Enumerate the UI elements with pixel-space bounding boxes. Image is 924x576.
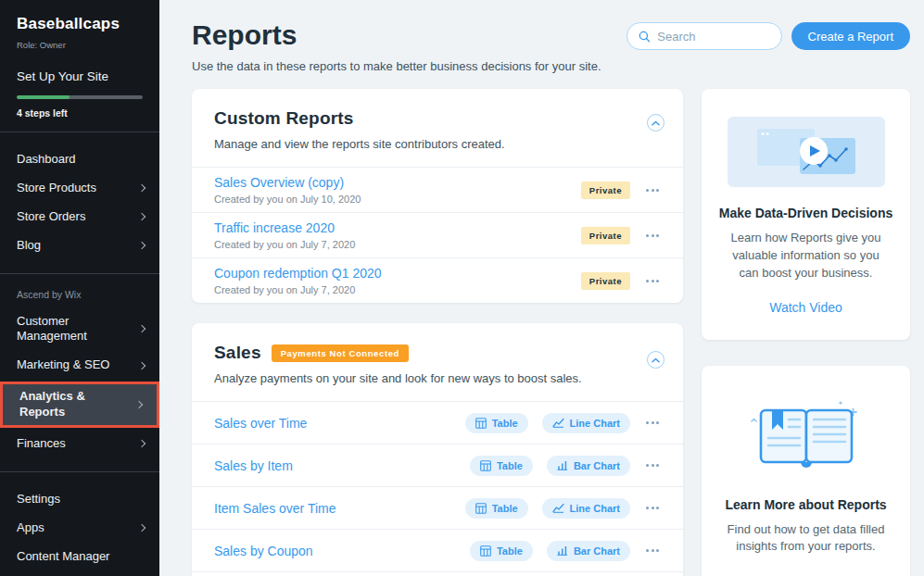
report-link[interactable]: Sales by Item xyxy=(214,458,293,473)
sidebar-item-settings[interactable]: Settings xyxy=(0,485,159,514)
chevron-right-icon xyxy=(138,524,146,532)
line-chart-icon xyxy=(552,418,564,428)
site-name: Baseballcaps xyxy=(17,15,143,33)
custom-report-row: Sales Overview (copy) Created by you on … xyxy=(192,167,683,212)
create-report-button[interactable]: Create a Report xyxy=(791,22,911,50)
custom-reports-card: Custom Reports Manage and view the repor… xyxy=(192,89,683,303)
search-box[interactable] xyxy=(627,22,782,50)
report-link[interactable]: Coupon redemption Q1 2020 xyxy=(214,266,382,281)
report-row-text: Sales Overview (copy) Created by you on … xyxy=(214,175,361,205)
sales-title-line: Sales Payments Not Connected xyxy=(214,343,661,363)
main-content: Reports Use the data in these reports to… xyxy=(159,0,924,576)
collapse-button[interactable] xyxy=(647,114,665,131)
content-area: Custom Reports Manage and view the repor… xyxy=(192,89,910,576)
sidebar-header: Baseballcaps Role: Owner Set Up Your Sit… xyxy=(0,15,159,119)
sidebar-item-marketing-seo[interactable]: Marketing & SEO xyxy=(0,351,159,380)
line-chart-view-pill[interactable]: Line Chart xyxy=(542,413,630,433)
table-icon xyxy=(475,418,487,429)
report-row-actions: Table Line Chart xyxy=(465,413,661,433)
role-label: Role: Owner xyxy=(17,40,143,50)
chevron-right-icon xyxy=(135,401,143,408)
page-header: Reports Use the data in these reports to… xyxy=(192,0,910,73)
report-row-actions: Table Line Chart xyxy=(465,498,661,519)
sales-report-row: Sales by Item Table xyxy=(192,444,683,486)
report-row-actions: Table Bar Chart xyxy=(470,541,661,561)
chevron-right-icon xyxy=(138,325,146,332)
chevron-right-icon xyxy=(138,440,146,447)
sales-report-row: Sales by Coupon Table xyxy=(192,529,683,571)
report-link[interactable]: Sales by Coupon xyxy=(214,544,313,558)
sidebar-item-customer-management[interactable]: Customer Management xyxy=(0,307,159,352)
search-input[interactable] xyxy=(657,30,769,44)
sidebar-item-apps[interactable]: Apps xyxy=(0,514,159,543)
report-link[interactable]: Traffic increase 2020 xyxy=(214,220,355,235)
chevron-right-icon xyxy=(138,184,146,192)
sidebar: Baseballcaps Role: Owner Set Up Your Sit… xyxy=(0,0,159,576)
more-options-icon[interactable] xyxy=(644,460,661,470)
sidebar-item-blog[interactable]: Blog xyxy=(0,232,159,260)
watch-video-link[interactable]: Watch Video xyxy=(769,300,842,315)
promo-column: Make Data-Driven Decisions Learn how Rep… xyxy=(702,89,910,576)
ascend-section-label: Ascend by Wix xyxy=(0,287,159,307)
report-row-actions: Private xyxy=(581,227,661,244)
table-view-pill[interactable]: Table xyxy=(470,456,533,476)
report-link[interactable]: Sales Overview (copy) xyxy=(214,175,361,190)
line-chart-view-pill[interactable]: Line Chart xyxy=(542,498,630,519)
line-chart-icon xyxy=(552,503,564,513)
chevron-right-icon xyxy=(138,362,146,369)
sidebar-item-store-orders[interactable]: Store Orders xyxy=(0,203,159,232)
more-options-icon[interactable] xyxy=(644,418,661,428)
report-row-actions: Table Bar Chart xyxy=(470,456,661,476)
bar-chart-view-pill[interactable]: Bar Chart xyxy=(547,456,630,476)
collapse-button[interactable] xyxy=(647,351,665,369)
setup-progress-bar xyxy=(17,95,143,99)
table-view-pill[interactable]: Table xyxy=(470,541,533,561)
table-icon xyxy=(480,460,491,471)
more-options-icon[interactable] xyxy=(644,545,661,556)
table-icon xyxy=(475,503,487,514)
table-view-pill[interactable]: Table xyxy=(465,413,528,433)
reports-column: Custom Reports Manage and view the repor… xyxy=(192,89,683,576)
chevron-right-icon xyxy=(138,213,146,220)
report-created-label: Created by you on July 10, 2020 xyxy=(214,194,361,205)
search-icon xyxy=(639,30,651,44)
setup-site-link[interactable]: Set Up Your Site xyxy=(17,69,143,83)
sidebar-item-content-manager[interactable]: Content Manager xyxy=(0,543,159,571)
report-row-text: Traffic increase 2020 Created by you on … xyxy=(214,220,355,250)
more-options-icon[interactable] xyxy=(644,185,661,195)
bar-chart-view-pill[interactable]: Bar Chart xyxy=(547,541,630,561)
page-title: Reports xyxy=(192,19,601,51)
report-link[interactable]: Sales over Time xyxy=(214,416,307,431)
more-options-icon[interactable] xyxy=(644,503,661,513)
sidebar-divider xyxy=(0,471,159,472)
promo-card-video: Make Data-Driven Decisions Learn how Rep… xyxy=(702,89,910,340)
sales-title: Sales xyxy=(214,343,261,363)
sidebar-item-finances[interactable]: Finances xyxy=(0,430,159,458)
sales-report-row: Sales by Billing Location Table xyxy=(192,571,683,576)
more-options-icon[interactable] xyxy=(644,231,661,241)
sales-rows: Sales over Time Table xyxy=(192,401,683,576)
sales-card: Sales Payments Not Connected Analyze pay… xyxy=(192,323,683,576)
report-link[interactable]: Item Sales over Time xyxy=(214,501,336,516)
video-illustration xyxy=(728,117,885,187)
more-options-icon[interactable] xyxy=(644,276,661,286)
report-created-label: Created by you on July 7, 2020 xyxy=(214,284,382,295)
custom-reports-title: Custom Reports xyxy=(214,108,661,129)
header-actions: Create a Report xyxy=(627,22,911,50)
chevron-up-icon xyxy=(652,357,660,363)
private-badge: Private xyxy=(581,272,630,290)
sidebar-item-analytics-reports[interactable]: Analytics & Reports xyxy=(3,384,157,425)
report-created-label: Created by you on July 7, 2020 xyxy=(214,239,355,250)
steps-left-label: 4 steps left xyxy=(17,107,143,119)
promo-title: Make Data-Driven Decisions xyxy=(718,206,893,220)
sidebar-item-dashboard[interactable]: Dashboard xyxy=(0,145,159,174)
sidebar-item-store-products[interactable]: Store Products xyxy=(0,174,159,203)
promo-text: Find out how to get data filled insights… xyxy=(718,521,893,557)
sidebar-divider xyxy=(0,131,159,132)
private-badge: Private xyxy=(581,227,630,244)
page-subtitle: Use the data in these reports to make be… xyxy=(192,59,601,73)
sales-header: Sales Payments Not Connected Analyze pay… xyxy=(192,323,683,401)
bar-chart-icon xyxy=(557,545,568,556)
table-view-pill[interactable]: Table xyxy=(465,498,528,519)
book-illustration xyxy=(737,394,876,479)
